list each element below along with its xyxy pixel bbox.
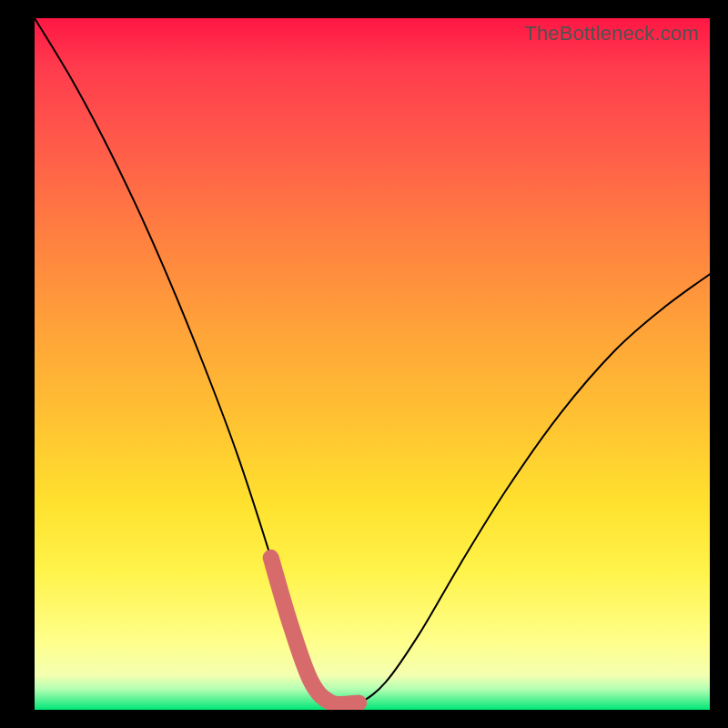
curve-svg xyxy=(35,18,710,710)
chart-frame: TheBottleneck.com xyxy=(0,0,728,728)
valley-highlight xyxy=(271,558,359,704)
bottleneck-curve xyxy=(35,18,710,705)
plot-area: TheBottleneck.com xyxy=(35,18,710,710)
